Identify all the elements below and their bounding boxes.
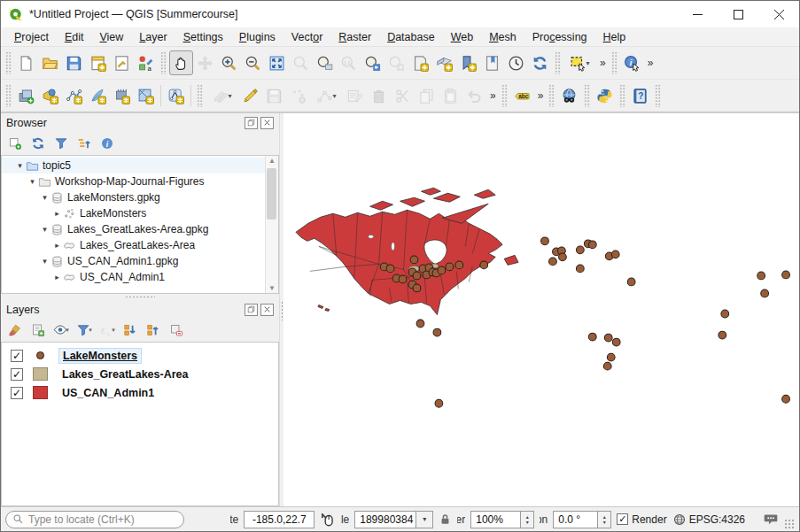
layer-visibility-checkbox[interactable]: ✓ — [11, 350, 23, 362]
open-project-button[interactable] — [38, 50, 62, 75]
crs-status-button[interactable]: EPSG:4326 — [672, 513, 745, 527]
browser-item-lakes_greatlakes-area.gpkg[interactable]: ▾Lakes_GreatLakes-Area.gpkg — [2, 221, 265, 237]
filter-by-expression-button[interactable]: ε▾ — [97, 320, 118, 340]
zoom-full-extent-button[interactable] — [265, 50, 289, 75]
expander-icon[interactable]: ▾ — [39, 193, 50, 202]
delete-selected-button[interactable] — [367, 83, 391, 108]
toolbar-grip[interactable] — [655, 84, 661, 107]
menu-settings[interactable]: Settings — [175, 29, 231, 45]
rotation-spinbox[interactable]: 0.0 ° ▴▾ — [553, 511, 611, 528]
resize-grip[interactable] — [784, 519, 795, 529]
browser-float-button[interactable] — [245, 117, 258, 129]
identify-features-button[interactable]: i — [620, 50, 644, 75]
toggle-editing-button[interactable] — [238, 83, 262, 108]
zoom-out-button[interactable] — [241, 50, 265, 75]
toolbar-grip[interactable] — [5, 51, 12, 74]
paste-features-button[interactable] — [439, 83, 462, 108]
browser-scrollbar-thumb[interactable] — [267, 168, 276, 220]
map-canvas[interactable] — [283, 113, 799, 506]
browser-item-us_can_admin1.gpkg[interactable]: ▾US_CAN_Admin1.gpkg — [2, 253, 265, 269]
menu-processing[interactable]: Processing — [524, 29, 595, 45]
toolbar-overflow-button[interactable]: » — [596, 57, 609, 69]
new-temporary-scratch-layer-button[interactable] — [86, 83, 110, 108]
expander-icon[interactable]: ▸ — [51, 241, 63, 250]
menu-layer[interactable]: Layer — [131, 29, 175, 45]
toolbar-grip[interactable] — [197, 84, 203, 107]
expander-icon[interactable]: ▾ — [39, 257, 50, 266]
expander-icon[interactable]: ▾ — [14, 161, 26, 170]
copy-features-button[interactable] — [415, 83, 439, 108]
filter-browser-button[interactable] — [50, 134, 72, 153]
python-console-button[interactable] — [593, 83, 617, 108]
minimize-button[interactable] — [677, 1, 718, 27]
refresh-browser-button[interactable] — [27, 134, 49, 153]
pan-map-button[interactable] — [169, 50, 193, 75]
new-print-layout-button[interactable] — [86, 50, 110, 75]
current-edits-button[interactable]: ▾ — [206, 83, 238, 108]
temporal-controller-button[interactable] — [504, 50, 528, 75]
enable-properties-widget-button[interactable]: i — [97, 134, 118, 153]
undo-button[interactable] — [462, 83, 486, 108]
lock-scale-icon[interactable] — [439, 513, 452, 526]
menu-help[interactable]: Help — [595, 29, 634, 45]
menu-web[interactable]: Web — [443, 29, 481, 45]
save-project-button[interactable] — [62, 50, 86, 75]
layer-row-lakes_greatlakes-area[interactable]: ✓Lakes_GreatLakes-Area — [2, 365, 278, 383]
new-3d-map-view-button[interactable] — [432, 50, 456, 75]
magnifier-spinbox[interactable]: 100% ▴▾ — [470, 511, 534, 528]
toolbar-grip[interactable] — [5, 84, 12, 107]
manage-map-themes-button[interactable]: ▾ — [50, 320, 72, 340]
menu-vector[interactable]: Vector — [283, 29, 330, 45]
toolbar-grip[interactable] — [555, 51, 561, 74]
new-mesh-layer-button[interactable] — [134, 83, 158, 108]
zoom-next-button[interactable] — [384, 50, 408, 75]
layer-visibility-checkbox[interactable]: ✓ — [11, 387, 23, 399]
expander-icon[interactable]: ▾ — [39, 225, 50, 234]
toolbar-grip[interactable] — [584, 84, 590, 107]
zoom-to-selection-button[interactable] — [289, 50, 313, 75]
rotation-value[interactable]: 0.0 ° — [553, 511, 598, 528]
zoom-native-button[interactable]: 1:1 — [337, 50, 361, 75]
collapse-all-browser-button[interactable] — [74, 134, 95, 153]
render-checkbox[interactable]: ✓ — [617, 513, 628, 525]
toolbar-grip[interactable] — [548, 84, 555, 107]
cut-features-button[interactable] — [391, 83, 415, 108]
new-project-button[interactable] — [14, 50, 38, 75]
zoom-in-button[interactable] — [217, 50, 241, 75]
toolbar-grip[interactable] — [619, 84, 625, 107]
expander-icon[interactable]: ▸ — [51, 209, 63, 218]
layer-visibility-checkbox[interactable]: ✓ — [11, 368, 23, 381]
menu-database[interactable]: Database — [379, 29, 443, 45]
digitize-with-segment-button[interactable] — [286, 83, 310, 108]
browser-item-topic5[interactable]: ▾topic5 — [2, 158, 265, 173]
toolbar-overflow-button[interactable]: » — [486, 89, 499, 102]
browser-item-us_can_admin1[interactable]: ▸US_CAN_Admin1 — [2, 269, 265, 285]
pan-to-selection-button[interactable] — [193, 50, 217, 75]
show-spatial-bookmarks-button[interactable] — [480, 50, 504, 75]
open-layer-styling-button[interactable] — [4, 320, 26, 340]
maximize-button[interactable] — [718, 1, 758, 27]
refresh-map-button[interactable] — [528, 50, 552, 75]
select-features-button[interactable]: ▾ — [563, 50, 596, 75]
new-map-view-button[interactable] — [408, 50, 432, 75]
render-toggle[interactable]: ✓ Render — [617, 513, 666, 526]
zoom-to-layer-button[interactable] — [313, 50, 337, 75]
remove-layer-button[interactable] — [166, 320, 187, 340]
layer-labeling-options-button[interactable]: abc — [510, 83, 534, 108]
menu-project[interactable]: Project — [6, 29, 57, 45]
toolbar-grip[interactable] — [501, 84, 508, 107]
collapse-all-layers-button[interactable] — [143, 320, 164, 340]
expand-all-layers-button[interactable] — [120, 320, 141, 340]
metasearch-button[interactable] — [557, 83, 581, 108]
browser-item-lakemonsters.gpkg[interactable]: ▾LakeMonsters.gpkg — [2, 189, 265, 205]
layer-row-lakemonsters[interactable]: ✓LakeMonsters — [2, 346, 278, 365]
toolbar-grip[interactable] — [160, 51, 167, 74]
menu-mesh[interactable]: Mesh — [481, 29, 524, 45]
expander-icon[interactable]: ▸ — [51, 273, 63, 281]
menu-raster[interactable]: Raster — [330, 29, 379, 45]
toolbar-overflow-button[interactable]: » — [644, 57, 656, 69]
new-annotation-layer-button[interactable] — [164, 83, 188, 108]
filter-legend-button[interactable]: ▾ — [74, 320, 95, 340]
new-virtual-layer-button[interactable] — [110, 83, 134, 108]
magnifier-value[interactable]: 100% — [470, 511, 521, 528]
